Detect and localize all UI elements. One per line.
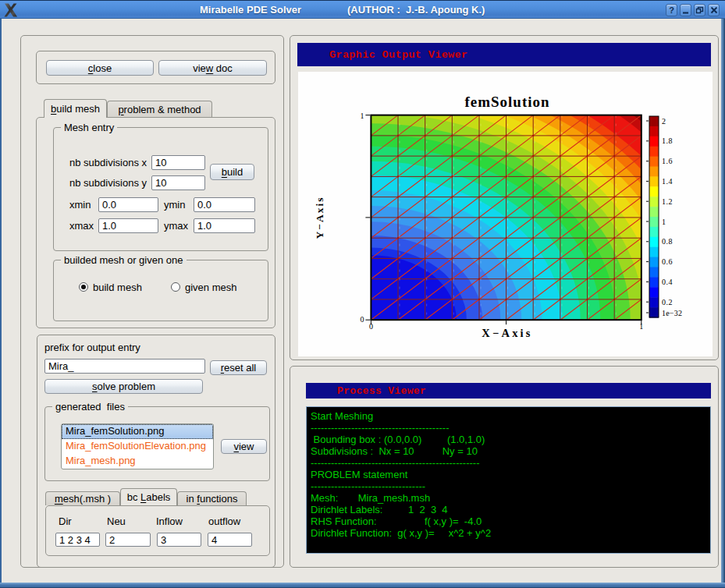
svg-text:1.8: 1.8 (662, 136, 673, 145)
svg-text:1: 1 (360, 112, 364, 120)
svg-text:0.4: 0.4 (662, 278, 673, 286)
svg-text:0.2: 0.2 (662, 298, 673, 306)
svg-text:Y−Axis: Y−Axis (314, 197, 325, 239)
svg-text:0.8: 0.8 (662, 237, 673, 246)
svg-text:1: 1 (639, 322, 643, 331)
svg-text:2: 2 (662, 117, 666, 126)
svg-text:0: 0 (360, 315, 364, 324)
svg-text:1.6: 1.6 (662, 157, 673, 165)
svg-text:1.2: 1.2 (662, 197, 673, 206)
svg-text:0.6: 0.6 (662, 257, 673, 266)
svg-text:0: 0 (369, 322, 373, 331)
svg-text:X−Axis: X−Axis (482, 327, 532, 339)
svg-text:1e−32: 1e−32 (662, 309, 682, 317)
svg-text:1: 1 (662, 218, 666, 226)
svg-text:femSolution: femSolution (464, 94, 549, 110)
svg-text:1.4: 1.4 (662, 177, 673, 186)
